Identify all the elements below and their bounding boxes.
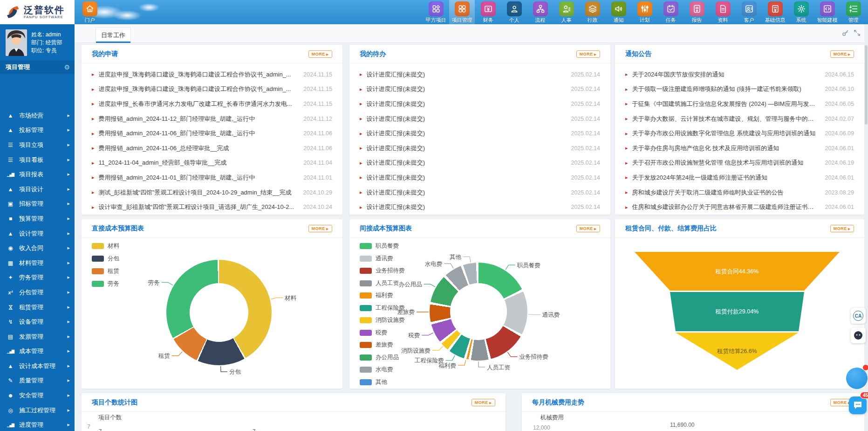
list-item-text[interactable]: 费用报销_admin_2024-11-12_部门经理审批_胡建,_运行中 <box>99 115 297 123</box>
sidebar-item[interactable]: ◎施工过程管理▶ <box>0 403 75 418</box>
legend-item[interactable]: 办公用品 <box>360 354 405 361</box>
nav-item-docfile[interactable]: 资料 <box>710 0 736 24</box>
legend-item[interactable]: 差旅费 <box>360 341 405 349</box>
more-button[interactable]: MORE <box>830 225 854 232</box>
legend-item[interactable]: 消防设施费 <box>360 316 405 324</box>
more-button[interactable]: MORE <box>576 50 600 58</box>
legend-item[interactable]: 分包 <box>92 255 119 263</box>
nav-item-gear[interactable]: 系统 <box>788 0 814 24</box>
list-item-text[interactable]: 于征集《中国建筑施工行业信息化发展报告 (2024) —BIM应用与发展》材料.… <box>632 100 819 108</box>
more-button[interactable]: MORE <box>830 50 854 58</box>
list-item-text[interactable]: 进度款申报_珠海鹤港口建设_珠海鹤港口建设工程合作协议书_admin_... <box>99 70 297 79</box>
sidebar-item[interactable]: x²分包管理▶ <box>0 285 75 300</box>
legend-item[interactable]: 通讯费 <box>360 255 405 263</box>
sidebar-item[interactable]: ▁▄▇项目报表▶ <box>0 167 75 182</box>
sidebar-item[interactable]: ▲设计成本管理▶ <box>0 359 75 374</box>
nav-item-person[interactable]: 个人 <box>501 0 527 24</box>
sidebar-item[interactable]: ↯设备管理▶ <box>0 314 75 329</box>
sidebar-item[interactable]: ▦材料管理▶ <box>0 256 75 271</box>
funnel-segment[interactable]: 租赁结算26.6% <box>635 333 840 370</box>
sidebar-item[interactable]: ▣招标管理▶ <box>0 197 75 212</box>
nav-item-people[interactable]: 人事 <box>554 0 579 24</box>
gear-icon[interactable]: ⚙ <box>64 63 70 71</box>
list-item-text[interactable]: 费用报销_admin_2024-11-06_总经理审批__完成 <box>99 144 297 153</box>
sidebar-item[interactable]: ☰项目立项▶ <box>0 138 75 153</box>
list-item-text[interactable]: 关于举办住房与房地产信息化 技术及应用培训班的通知 <box>632 144 819 153</box>
legend-item[interactable]: 福利费 <box>360 292 405 299</box>
list-item-text[interactable]: 关于举办市政公用设施数字化管理信息 系统建设与应用培训班的通知 <box>632 129 819 138</box>
list-item-text[interactable]: 进度款申报_长春市伊通河水力发电厂改建工程_长春市伊通河水力发电... <box>99 100 297 108</box>
list-item-text[interactable]: 设计进度汇报(未提交) <box>367 85 565 93</box>
nav-item-infodoc[interactable]: 基础信息 <box>762 0 788 24</box>
expand-icon[interactable] <box>854 29 861 38</box>
more-button[interactable]: MORE <box>308 50 332 58</box>
sidebar-item[interactable]: ▲投标管理▶ <box>0 123 75 138</box>
sidebar-item[interactable]: ▲市场经营▶ <box>0 108 75 123</box>
emoji-widget[interactable] <box>851 327 866 343</box>
sidebar-item[interactable]: ☻安全管理▶ <box>0 388 75 403</box>
funnel-segment[interactable]: 租赁付款29.04% <box>635 292 840 331</box>
list-item-text[interactable]: 设计进度汇报(未提交) <box>367 129 565 138</box>
more-button[interactable]: MORE <box>472 399 495 406</box>
sidebar-item[interactable]: ▁▄▇进度管理▶ <box>0 417 75 431</box>
legend-item[interactable]: 业务招待费 <box>360 267 405 275</box>
list-item-text[interactable]: 设计进度汇报(未提交) <box>367 115 565 123</box>
nav-item-flow[interactable]: 流程 <box>527 0 553 24</box>
legend-item[interactable]: 其他 <box>360 378 405 386</box>
chat-button[interactable] <box>849 396 867 414</box>
sidebar-item[interactable]: ■预算管理▶ <box>0 211 75 226</box>
list-item-text[interactable]: 关于举办大数据、云计算技术在城市建设、规划、管理与服务中的应用培训班... <box>632 115 819 123</box>
list-item-text[interactable]: 11_2024-11-04_admin_经营部_领导审批__完成 <box>99 159 297 167</box>
nav-item-customers[interactable]: 客户 <box>736 0 762 24</box>
list-item-text[interactable]: 关于发放2024年第24批一级建造师注册证书的通知 <box>632 174 819 182</box>
donut-chart[interactable] <box>166 260 272 365</box>
sidebar-item[interactable]: ✦劳务管理▶ <box>0 271 75 285</box>
sidebar-item[interactable]: ▲项目设计▶ <box>0 182 75 197</box>
nav-item-listmg[interactable]: 管理 <box>841 0 866 24</box>
legend-item[interactable]: 材料 <box>92 242 119 250</box>
nav-item-code[interactable]: 智能建模 <box>814 0 840 24</box>
sidebar-item[interactable]: ☰项目看板▶ <box>0 153 75 167</box>
sidebar-item[interactable]: ▤发票管理▶ <box>0 329 75 344</box>
list-item-text[interactable]: 设计进度汇报(未提交) <box>367 174 565 182</box>
key-icon[interactable] <box>842 29 849 38</box>
list-item-text[interactable]: 设计进度汇报(未提交) <box>367 203 565 211</box>
legend-item[interactable]: 劳务 <box>92 280 119 288</box>
donut-chart[interactable] <box>430 263 527 361</box>
more-button[interactable]: MORE <box>308 225 332 232</box>
list-item-text[interactable]: 设计进度汇报(未提交) <box>367 188 565 197</box>
sidebar-item[interactable]: ✎质量管理▶ <box>0 374 75 389</box>
legend-item[interactable]: 税费 <box>360 329 405 337</box>
list-item-text[interactable]: 房和城乡建设厅关于取消二级建造师临时执业证书的公告 <box>632 188 819 197</box>
nav-item-speaker[interactable]: 通知 <box>606 0 631 24</box>
nav-item-layers[interactable]: 行政 <box>580 0 605 24</box>
list-item-text[interactable]: 设计审查_彭祖新城“四馆”景观工程设计项目_请选择_胡广生_2024-10-2.… <box>99 203 297 211</box>
list-item-text[interactable]: 进度款申报_珠海鹤港口建设_珠海鹤港口建设工程合作协议书_admin_... <box>99 85 297 93</box>
list-item-text[interactable]: 设计进度汇报(未提交) <box>367 159 565 167</box>
list-item-text[interactable]: 测试_彭祖新城“四馆”景观工程设计项目_2024-10-29_admin_结束_… <box>99 188 297 197</box>
ca-cert-widget[interactable]: CA <box>851 308 866 324</box>
nav-item-money[interactable]: 财务 <box>475 0 501 24</box>
nav-item-grid-diamond[interactable]: 甲方项目 <box>423 0 449 24</box>
sidebar-item[interactable]: ◉收入合同▶ <box>0 241 75 256</box>
list-item-text[interactable]: 设计进度汇报(未提交) <box>367 100 565 108</box>
legend-item[interactable]: 职员餐费 <box>360 242 405 250</box>
list-item-text[interactable]: 关于2024年国庆节放假安排的通知 <box>632 70 819 79</box>
nav-item-task[interactable]: 任务 <box>658 0 683 24</box>
scrollbar-thumb[interactable] <box>865 45 868 125</box>
funnel-segment[interactable]: 租赁合同44.36% <box>635 252 840 291</box>
list-item-text[interactable]: 关于领取一级注册建造师增项贴的通知 (须持一建证书前来领取) <box>632 85 819 93</box>
tab-daily-work[interactable]: 日常工作 <box>96 27 131 43</box>
list-item-text[interactable]: 关于召开市政公用设施智慧化管理 信息技术与应用培训班的通知 <box>632 159 819 167</box>
legend-item[interactable]: 租赁 <box>92 267 119 275</box>
sidebar-item[interactable]: ▁▄▇成本管理▶ <box>0 344 75 359</box>
legend-item[interactable]: 水电费 <box>360 366 405 374</box>
list-item-text[interactable]: 设计进度汇报(未提交) <box>367 144 565 153</box>
nav-item-home[interactable]: 门户 <box>77 0 103 24</box>
sidebar-header[interactable]: 项目管理 ⚙ <box>0 60 75 74</box>
sidebar-item[interactable]: ▲设计管理▶ <box>0 226 75 241</box>
legend-item[interactable]: 工程保险费 <box>360 304 405 312</box>
sidebar-item[interactable]: ⋈租赁管理▶ <box>0 300 75 315</box>
nav-item-grid[interactable]: 项目管理 <box>449 0 475 24</box>
assistant-bubble[interactable] <box>846 368 868 389</box>
